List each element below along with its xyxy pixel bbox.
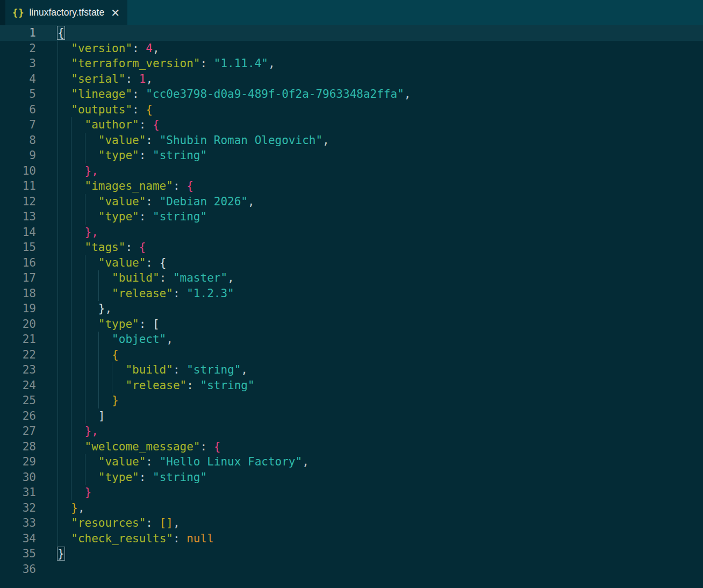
code-line[interactable]: 9"type": "string" xyxy=(0,148,703,163)
code-line[interactable]: 30"type": "string" xyxy=(0,470,703,485)
code-line[interactable]: 8"value": "Shubin Roman Olegovich", xyxy=(0,133,703,148)
code-line[interactable]: 18"release": "1.2.3" xyxy=(0,286,703,302)
code-line[interactable]: 20"type": [ xyxy=(0,317,703,332)
json-bracket: { xyxy=(146,103,153,116)
code-line[interactable]: 4"serial": 1, xyxy=(0,71,703,87)
indentation xyxy=(58,542,71,542)
json-bracket: { xyxy=(58,26,64,39)
line-number: 4 xyxy=(0,71,36,87)
code-text: "images_name": { xyxy=(58,178,703,194)
line-number: 33 xyxy=(0,515,36,531)
indent-guide xyxy=(58,178,58,194)
indent-guide xyxy=(71,424,71,439)
indent-guide xyxy=(85,317,85,332)
code-line[interactable]: 17"build": "master", xyxy=(0,270,703,286)
json-punctuation: , xyxy=(227,271,234,284)
indent-guide xyxy=(58,531,58,547)
code-text: "version": 4, xyxy=(58,41,703,56)
code-line[interactable]: 13"type": "string" xyxy=(0,209,703,225)
code-line[interactable]: 19}, xyxy=(0,301,703,317)
indent-guide xyxy=(98,286,99,302)
code-line[interactable]: 32}, xyxy=(0,500,703,516)
indent-guide xyxy=(71,240,71,255)
code-line[interactable]: 28"welcome_message": { xyxy=(0,439,703,455)
code-line[interactable]: 25} xyxy=(0,393,703,408)
code-text: "type": [ xyxy=(58,317,703,332)
line-number: 11 xyxy=(0,178,36,194)
code-line[interactable]: 22{ xyxy=(0,347,703,363)
code-line[interactable]: 21"object", xyxy=(0,332,703,347)
indent-guide xyxy=(98,270,99,286)
code-line[interactable]: 6"outputs": { xyxy=(0,102,703,118)
line-number: 21 xyxy=(0,332,36,347)
code-line[interactable]: 27}, xyxy=(0,424,703,439)
indent-guide xyxy=(98,347,99,363)
code-line[interactable]: 5"lineage": "cc0e3798-d0a9-489f-0f2a-796… xyxy=(0,87,703,102)
line-number: 14 xyxy=(0,225,36,240)
line-number: 3 xyxy=(0,56,36,71)
code-line[interactable]: 2"version": 4, xyxy=(0,41,703,56)
code-line[interactable]: 3"terraform_version": "1.11.4", xyxy=(0,56,703,71)
tab-linuxfactory-tfstate[interactable]: {} linuxfactory.tfstate ✕ xyxy=(5,0,127,25)
indentation xyxy=(58,67,71,67)
code-text: { xyxy=(58,25,703,41)
json-key: "lineage" xyxy=(71,88,132,101)
code-line[interactable]: 29"value": "Hello Linux Factory", xyxy=(0,454,703,470)
code-line[interactable]: 26] xyxy=(0,408,703,424)
code-line[interactable]: 12"value": "Debian 2026", xyxy=(0,194,703,210)
code-text xyxy=(58,562,703,577)
indentation xyxy=(58,266,98,267)
indent-guide xyxy=(85,301,85,317)
json-punctuation: : xyxy=(125,73,139,85)
code-line[interactable]: 16"value": { xyxy=(0,255,703,271)
indent-guide xyxy=(71,194,71,210)
code-line[interactable]: 31} xyxy=(0,485,703,500)
tab-close-icon[interactable]: ✕ xyxy=(111,8,120,18)
indent-guide xyxy=(58,102,58,118)
indent-guide xyxy=(71,439,71,455)
indent-guide xyxy=(58,148,58,163)
json-punctuation: : xyxy=(146,517,159,529)
code-line[interactable]: 1{ xyxy=(0,25,703,41)
code-line[interactable]: 15"tags": { xyxy=(0,240,703,255)
indent-guide xyxy=(85,133,85,148)
indent-guide xyxy=(58,439,58,455)
json-bracket: }, xyxy=(85,226,98,239)
json-punctuation: : xyxy=(132,42,146,55)
code-line[interactable]: 23"build": "string", xyxy=(0,362,703,378)
indent-guide xyxy=(71,209,71,225)
json-key: "value" xyxy=(98,195,146,208)
code-line[interactable]: 33"resources": [], xyxy=(0,515,703,531)
code-text: "value": "Debian 2026", xyxy=(58,194,703,210)
indent-guide xyxy=(85,209,85,225)
json-null-value: null xyxy=(186,532,214,545)
code-editor[interactable]: 1{2"version": 4,3"terraform_version": "1… xyxy=(0,25,703,588)
json-punctuation: : xyxy=(146,195,159,208)
indentation xyxy=(58,220,98,220)
code-line[interactable]: 14}, xyxy=(0,225,703,240)
code-line[interactable]: 35} xyxy=(0,546,703,562)
json-number-value: 4 xyxy=(146,42,153,55)
code-line[interactable]: 24"release": "string" xyxy=(0,378,703,393)
indentation xyxy=(58,113,71,113)
code-line[interactable]: 36 xyxy=(0,562,703,577)
code-line[interactable]: 34"check_results": null xyxy=(0,531,703,547)
code-text: "serial": 1, xyxy=(58,71,703,87)
json-key: "serial" xyxy=(71,73,125,85)
indent-guide xyxy=(85,378,85,393)
indent-guide xyxy=(71,301,71,317)
code-line[interactable]: 7"author": { xyxy=(0,117,703,133)
code-text: }, xyxy=(58,225,703,240)
line-number: 31 xyxy=(0,485,36,500)
code-line[interactable]: 10}, xyxy=(0,163,703,179)
indent-guide xyxy=(58,133,58,148)
code-line[interactable]: 11"images_name": { xyxy=(0,178,703,194)
json-string-value: "string" xyxy=(153,149,207,162)
json-punctuation: , xyxy=(166,333,173,346)
indent-guide xyxy=(71,485,71,500)
line-number: 19 xyxy=(0,301,36,317)
code-text: "terraform_version": "1.11.4", xyxy=(58,56,703,71)
line-number: 7 xyxy=(0,117,36,133)
indent-guide xyxy=(85,470,85,485)
json-bracket: }, xyxy=(85,164,98,177)
